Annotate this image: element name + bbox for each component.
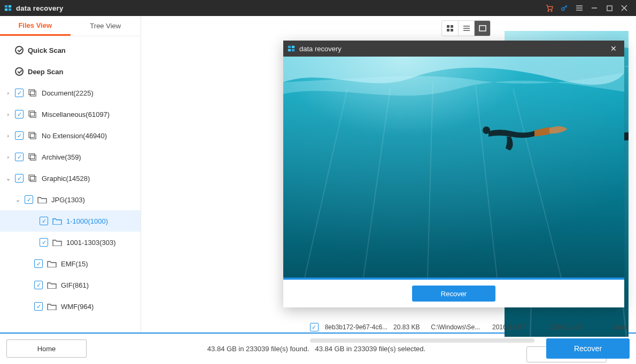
svg-point-16 xyxy=(562,7,564,10)
key-icon[interactable] xyxy=(557,0,572,16)
folder-icon xyxy=(47,302,57,311)
check-circle-icon xyxy=(15,67,24,76)
deep-scan-node[interactable]: Deep Scan xyxy=(0,61,141,82)
checkbox[interactable]: ✓ xyxy=(15,131,24,140)
tree-label: Miscellaneous(61097) xyxy=(42,110,110,118)
quick-scan-label: Quick Scan xyxy=(28,46,66,54)
cell-status: Good xyxy=(607,323,629,331)
checkbox[interactable]: ✓ xyxy=(310,323,319,331)
checkbox[interactable]: ✓ xyxy=(15,110,24,118)
tree-label: Graphic(14528) xyxy=(42,175,90,183)
tree-label: JPG(1303) xyxy=(51,196,85,204)
tree-node-graphic[interactable]: ⌄✓Graphic(14528) xyxy=(0,168,141,189)
home-button[interactable]: Home xyxy=(6,339,87,358)
maximize-button[interactable] xyxy=(602,0,617,16)
dialog-recover-button[interactable]: Recover xyxy=(412,286,495,302)
chevron-down-icon[interactable]: ⌄ xyxy=(15,196,20,203)
svg-rect-21 xyxy=(607,5,611,10)
svg-rect-31 xyxy=(479,26,486,31)
folder-icon xyxy=(52,216,62,226)
minimize-button[interactable] xyxy=(587,0,602,16)
quick-scan-node[interactable]: Quick Scan xyxy=(0,39,141,61)
horizontal-scrollbar[interactable] xyxy=(310,338,534,343)
tree-node-jpg-range-2[interactable]: ›✓1001-1303(303) xyxy=(0,232,141,253)
tab-tree-view[interactable]: Tree View xyxy=(71,16,141,36)
svg-rect-24 xyxy=(447,25,449,28)
svg-rect-26 xyxy=(447,29,449,31)
tree-label: No Extension(46940) xyxy=(42,132,107,140)
app-logo-icon xyxy=(4,4,12,12)
tree-node-jpg[interactable]: ⌄✓JPG(1303) xyxy=(0,189,141,210)
svg-rect-25 xyxy=(451,25,453,28)
category-icon xyxy=(28,88,37,98)
chevron-right-icon[interactable]: › xyxy=(5,90,11,96)
checkbox[interactable]: ✓ xyxy=(34,281,43,289)
file-tree: Quick Scan Deep Scan ›✓Document(2225) ›✓… xyxy=(0,36,141,333)
status-found: 43.84 GB in 233039 file(s) found. xyxy=(207,345,309,353)
close-button[interactable] xyxy=(617,0,632,16)
recover-button[interactable]: Recover xyxy=(546,338,630,359)
folder-icon xyxy=(47,259,57,268)
tree-label: WMF(964) xyxy=(61,303,94,311)
checkbox[interactable]: ✓ xyxy=(15,89,24,97)
cell-path: C:\Windows\Se... xyxy=(431,323,492,331)
chevron-down-icon[interactable]: ⌄ xyxy=(5,175,11,182)
chevron-right-icon[interactable]: › xyxy=(5,132,11,139)
app-logo-icon xyxy=(288,45,295,52)
checkbox[interactable]: ✓ xyxy=(25,195,33,204)
cell-name: 8eb3b172-9e67-4c6... xyxy=(325,323,393,331)
view-list-icon[interactable] xyxy=(458,21,474,36)
status-selected: 43.84 GB in 233039 file(s) selected. xyxy=(315,345,425,353)
cart-icon[interactable] xyxy=(542,0,557,16)
menu-icon[interactable] xyxy=(572,0,587,16)
checkbox[interactable]: ✓ xyxy=(15,174,24,183)
sidebar: Files View Tree View Quick Scan Deep Sca… xyxy=(0,16,141,333)
svg-rect-27 xyxy=(451,29,453,31)
tree-node-miscellaneous[interactable]: ›✓Miscellaneous(61097) xyxy=(0,104,141,125)
checkbox[interactable]: ✓ xyxy=(40,217,48,225)
view-detail-icon[interactable] xyxy=(474,21,490,36)
check-circle-icon xyxy=(15,46,24,54)
preview-image xyxy=(283,57,624,278)
tree-label: 1001-1303(303) xyxy=(66,239,116,247)
preview-dialog: data recovery ✕ Recover xyxy=(283,41,624,307)
view-grid-icon[interactable] xyxy=(442,21,458,36)
tree-label: 1-1000(1000) xyxy=(66,217,108,225)
tree-node-emf[interactable]: ›✓EMF(15) xyxy=(0,253,141,274)
table-row[interactable]: ✓ 8eb3b172-9e67-4c6... 20.83 KB C:\Windo… xyxy=(310,319,629,335)
cell-modified: 2016-11-07 xyxy=(549,323,607,331)
folder-icon xyxy=(52,238,62,247)
tree-label: Archive(359) xyxy=(42,153,81,161)
tab-files-view[interactable]: Files View xyxy=(0,16,71,36)
deep-scan-label: Deep Scan xyxy=(28,68,63,76)
tree-node-gif[interactable]: ›✓GIF(861) xyxy=(0,274,141,296)
checkbox[interactable]: ✓ xyxy=(34,259,43,268)
tree-label: GIF(861) xyxy=(61,281,89,289)
checkbox[interactable]: ✓ xyxy=(15,153,24,161)
view-mode-switch xyxy=(441,20,491,36)
tree-label: Document(2225) xyxy=(42,89,94,97)
app-title: data recovery xyxy=(16,4,63,12)
window-titlebar: data recovery xyxy=(0,0,636,16)
category-icon xyxy=(28,173,37,183)
tree-node-jpg-range-1[interactable]: ›✓1-1000(1000) xyxy=(0,210,141,232)
folder-icon xyxy=(47,280,57,290)
chevron-right-icon[interactable]: › xyxy=(5,154,11,160)
tree-node-archive[interactable]: ›✓Archive(359) xyxy=(0,146,141,168)
close-icon[interactable]: ✕ xyxy=(607,44,620,53)
tree-node-document[interactable]: ›✓Document(2225) xyxy=(0,82,141,104)
dialog-footer: Recover xyxy=(283,280,624,307)
tree-label: EMF(15) xyxy=(61,260,88,268)
tree-node-noextension[interactable]: ›✓No Extension(46940) xyxy=(0,125,141,146)
checkbox[interactable]: ✓ xyxy=(40,238,48,247)
svg-point-15 xyxy=(551,10,552,11)
tree-node-wmf[interactable]: ›✓WMF(964) xyxy=(0,296,141,317)
category-icon xyxy=(28,131,37,140)
checkbox[interactable]: ✓ xyxy=(34,302,43,311)
cell-created: 2016-11-07 xyxy=(492,323,549,331)
chevron-right-icon[interactable]: › xyxy=(5,111,11,117)
content-area: ✓ 8eb3b172-9e67-4c6... 20.83 KB C:\Windo… xyxy=(141,16,497,333)
category-icon xyxy=(28,109,37,119)
dialog-title: data recovery xyxy=(299,45,342,53)
cell-size: 20.83 KB xyxy=(393,323,431,331)
